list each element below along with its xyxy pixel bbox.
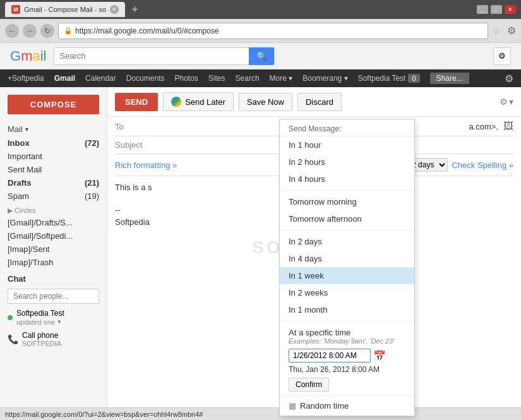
maximize-btn[interactable]: □ <box>491 5 502 14</box>
nav-item-search[interactable]: Search <box>236 74 260 83</box>
datetime-input[interactable] <box>289 349 371 363</box>
contact-status-softpedia: updated one <box>16 318 55 326</box>
dropdown-item-2days[interactable]: In 2 days <box>280 233 414 250</box>
bookmark-btn[interactable]: ☆ <box>492 25 501 37</box>
to-value-display: a.com>, <box>469 122 498 131</box>
dropdown-item-2hours[interactable]: In 2 hours <box>280 153 414 171</box>
check-spelling-btn[interactable]: Check Spelling » <box>452 160 513 170</box>
sidebar-contact-phone[interactable]: 📞 Call phone SOFTPEDIA <box>0 328 107 350</box>
gmail-settings-btn[interactable]: ⚙ <box>493 47 511 65</box>
mail-label: Mail <box>8 124 23 134</box>
contact-dropdown-icon[interactable]: ▾ <box>57 318 61 326</box>
sidebar-item-gmail-drafts[interactable]: [Gmail]/Drafts/S... <box>0 216 107 229</box>
nav-item-sites[interactable]: Sites <box>208 74 225 83</box>
phone-sub: SOFTPEDIA <box>22 340 61 347</box>
close-btn[interactable]: ✕ <box>505 5 516 14</box>
forward-btn[interactable]: → <box>23 24 37 38</box>
rich-format-btn[interactable]: Rich formatting » <box>115 160 177 170</box>
settings-arrow: ▾ <box>509 97 513 107</box>
sidebar-item-gmail-softpedi[interactable]: [Gmail]/Softpedi... <box>0 229 107 243</box>
inbox-label: Inbox <box>8 138 30 148</box>
dropdown-item-1month[interactable]: In 1 month <box>280 301 414 318</box>
address-text: https://mail.google.com/mail/u/0/#compos… <box>75 27 219 35</box>
compose-btn[interactable]: COMPOSE <box>8 95 99 114</box>
send-later-label: Send Later <box>185 97 225 107</box>
sidebar-item-important[interactable]: Important <box>0 150 107 163</box>
reload-btn[interactable]: ↻ <box>40 24 54 38</box>
nav-item-gmail[interactable]: Gmail <box>54 74 75 83</box>
sidebar-item-drafts[interactable]: Drafts (21) <box>0 176 107 189</box>
specific-time-example: Examples: 'Monday 9am', 'Dec 23' <box>289 337 405 345</box>
sidebar-item-sent[interactable]: Sent Mail <box>0 163 107 176</box>
browser-settings-btn[interactable]: ⚙ <box>507 25 516 37</box>
browser-tab[interactable]: M Gmail - Compose Mail - so ✕ <box>5 2 125 17</box>
sidebar-item-inbox[interactable]: Inbox (72) <box>0 136 107 150</box>
nav-item-calendar[interactable]: Calendar <box>85 74 116 83</box>
gmail-toolbar: Gmail 🔍 ⚙ <box>0 43 521 69</box>
sidebar-item-imap-trash[interactable]: [Imap]/Trash <box>0 256 107 269</box>
imap-sent-label: [Imap]/Sent <box>8 244 49 254</box>
nav-item-more[interactable]: More ▾ <box>270 74 293 83</box>
sidebar-item-imap-sent[interactable]: [Imap]/Sent <box>0 243 107 256</box>
search-box[interactable]: 🔍 <box>54 47 275 65</box>
back-btn[interactable]: ← <box>5 24 19 38</box>
dropdown-item-1week[interactable]: In 1 week <box>280 267 414 284</box>
dropdown-item-4hours[interactable]: In 4 hours <box>280 171 414 188</box>
nav-item-softpedia-test[interactable]: Softpedia Test <box>358 74 406 83</box>
nav-item-documents[interactable]: Documents <box>126 74 165 83</box>
nav-item-boomerang[interactable]: Boomerang ▾ <box>302 74 347 83</box>
nav-item-softpedia[interactable]: +Softpedia <box>8 74 44 83</box>
to-label: To <box>115 122 159 131</box>
dropdown-item-tomorrow-morning[interactable]: Tomorrow morning <box>280 193 414 210</box>
secure-icon: 🔒 <box>64 27 73 35</box>
browser-nav: ← → ↻ 🔒 https://mail.google.com/mail/u/0… <box>0 19 521 43</box>
dropdown-item-1hour[interactable]: In 1 hour <box>280 136 414 153</box>
window-controls: _ □ ✕ <box>477 5 516 14</box>
drafts-label: Drafts <box>8 178 32 188</box>
new-tab-btn[interactable]: + <box>131 3 138 16</box>
search-input[interactable] <box>54 51 249 61</box>
nav-badge: 0 <box>408 74 419 83</box>
nav-share-btn[interactable]: Share... <box>430 73 469 84</box>
chat-header: Chat <box>0 269 107 286</box>
search-btn[interactable]: 🔍 <box>249 47 274 65</box>
minimize-btn[interactable]: _ <box>477 5 488 14</box>
sidebar-contact-softpedia[interactable]: Softpedia Test updated one ▾ <box>0 306 107 328</box>
chat-search-input[interactable] <box>8 289 99 304</box>
grid-icon: ▦ <box>289 401 296 411</box>
spam-label: Spam <box>8 191 29 201</box>
compose-settings-btn[interactable]: ⚙ ▾ <box>500 97 513 107</box>
compose-header: SEND Send Later Save Now Discard ⚙ ▾ <box>107 87 521 117</box>
send-btn[interactable]: SEND <box>115 93 158 111</box>
random-time-item[interactable]: ▦ Random time <box>280 395 414 416</box>
important-label: Important <box>8 152 42 161</box>
confirm-btn[interactable]: Confirm <box>289 378 329 392</box>
tab-close-btn[interactable]: ✕ <box>110 5 119 14</box>
save-now-btn[interactable]: Save Now <box>239 93 292 111</box>
circles-section[interactable]: ▶ Circles <box>0 203 107 216</box>
gmail-nav: +Softpedia Gmail Calendar Documents Phot… <box>0 69 521 87</box>
settings-icon: ⚙ <box>500 97 508 107</box>
calendar-icon[interactable]: 📅 <box>373 350 386 362</box>
specific-time-label[interactable]: At a specific time <box>289 328 405 337</box>
dropdown-item-2weeks[interactable]: In 2 weeks <box>280 284 414 301</box>
spam-count: (19) <box>85 191 99 201</box>
sidebar-item-spam[interactable]: Spam (19) <box>0 189 107 203</box>
attach-icon[interactable]: 🖼 <box>503 121 513 132</box>
nav-item-photos[interactable]: Photos <box>174 74 198 83</box>
sidebar-mail-header[interactable]: Mail ▾ <box>0 122 107 136</box>
gmail-logo: Gmail <box>10 48 46 64</box>
imap-trash-label: [Imap]/Trash <box>8 258 53 267</box>
dropdown-item-tomorrow-afternoon[interactable]: Tomorrow afternoon <box>280 210 414 227</box>
phone-icon: 📞 <box>8 334 18 344</box>
address-bar[interactable]: 🔒 https://mail.google.com/mail/u/0/#comp… <box>58 23 488 39</box>
discard-btn[interactable]: Discard <box>297 93 342 111</box>
dropdown-item-4days[interactable]: In 4 days <box>280 250 414 267</box>
mail-arrow-icon: ▾ <box>25 126 28 133</box>
send-later-icon <box>171 97 181 107</box>
gmail-drafts-label: [Gmail]/Drafts/S... <box>8 218 73 227</box>
nav-settings-icon[interactable]: ⚙ <box>505 73 513 85</box>
random-time-label: Random time <box>300 401 349 411</box>
send-later-dropdown: Send Message: In 1 hour In 2 hours In 4 … <box>279 119 415 416</box>
send-later-btn[interactable]: Send Later <box>163 92 234 111</box>
